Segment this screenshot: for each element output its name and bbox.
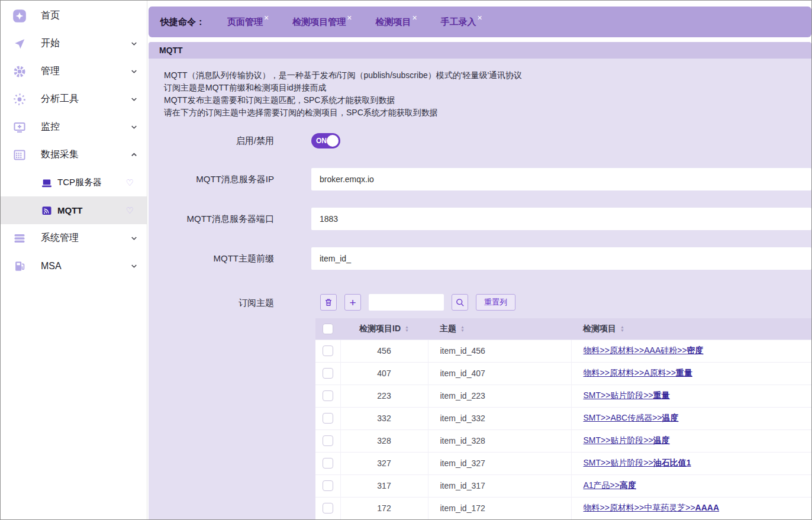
sidebar-item-data-collection[interactable]: 数据采集 xyxy=(1,141,147,169)
row-checkbox[interactable] xyxy=(323,480,333,491)
chevron-down-icon xyxy=(130,122,138,131)
item-link[interactable]: SMT>>贴片阶段>>油石比值1 xyxy=(584,458,691,467)
mqtt-description: MQTT（消息队列传输协议），是一种基于发布/订阅（publish/subscr… xyxy=(164,69,811,119)
row-checkbox[interactable] xyxy=(323,368,333,379)
quicktab-manual-entry[interactable]: 手工录入 × xyxy=(441,17,482,28)
item-link[interactable]: SMT>>贴片阶段>>温度 xyxy=(584,435,670,445)
quicktab-items[interactable]: 检测项目 × xyxy=(375,17,417,28)
search-button[interactable] xyxy=(452,294,468,311)
column-header-item-id[interactable]: 检测项目ID xyxy=(359,324,401,334)
description-line: MQTT发布主题需要和订阅主题匹配，SPC系统才能获取到数据 xyxy=(164,94,811,106)
table-header-row: 检测项目ID ▲▼ 主题 ▲▼ xyxy=(315,318,811,340)
topic-prefix-label: MQTT主题前缀 xyxy=(164,253,274,264)
item-link[interactable]: SMT>>贴片阶段>>重量 xyxy=(584,390,670,400)
server-ip-input[interactable] xyxy=(311,168,811,190)
monitor-plus-icon xyxy=(11,120,28,134)
row-checkbox[interactable] xyxy=(323,503,333,513)
sidebar-item-label: 监控 xyxy=(41,121,130,133)
close-icon[interactable]: × xyxy=(264,14,269,22)
cell-topic: item_id_456 xyxy=(428,340,571,362)
quicktab-item-manage[interactable]: 检测项目管理 × xyxy=(292,17,352,28)
item-link[interactable]: 物料>>原材料>>AAA硅粉>>密度 xyxy=(584,345,704,355)
sidebar-subitem-tcp-server[interactable]: TCP服务器 ♡ xyxy=(1,169,147,196)
quicktab-page-manage[interactable]: 页面管理 × xyxy=(227,17,269,28)
subscribe-topic-label: 订阅主题 xyxy=(164,294,274,309)
sort-icon[interactable]: ▲▼ xyxy=(620,325,624,332)
sidebar-item-label: 数据采集 xyxy=(41,148,130,161)
panel-title: MQTT xyxy=(149,42,811,59)
sidebar: 首页 开始 管理 分析工具 xyxy=(1,1,147,519)
sidebar-subitem-label: TCP服务器 xyxy=(57,177,102,188)
grid-search-input[interactable] xyxy=(369,294,444,311)
server-port-input[interactable] xyxy=(311,208,811,230)
cell-topic: item_id_172 xyxy=(428,497,571,519)
chevron-down-icon xyxy=(130,234,138,243)
cell-topic: item_id_332 xyxy=(428,407,571,429)
chevron-down-icon xyxy=(130,39,138,48)
plus-icon: + xyxy=(349,297,356,308)
favorite-heart-icon[interactable]: ♡ xyxy=(126,206,134,215)
item-link[interactable]: 物料>>原材料>>中草药灵芝>>AAAA xyxy=(584,503,720,512)
cell-item-id: 223 xyxy=(340,385,428,407)
search-icon xyxy=(455,298,465,308)
sidebar-subitem-mqtt[interactable]: MQTT ♡ xyxy=(1,196,147,224)
chevron-down-icon xyxy=(130,95,138,104)
favorite-heart-icon[interactable]: ♡ xyxy=(126,178,134,187)
server-port-label: MQTT消息服务器端口 xyxy=(164,214,274,225)
sort-icon[interactable]: ▲▼ xyxy=(405,325,409,332)
add-button[interactable]: + xyxy=(344,294,361,311)
sidebar-item-msa[interactable]: MSA xyxy=(1,252,147,280)
row-checkbox[interactable] xyxy=(323,458,333,469)
row-checkbox[interactable] xyxy=(323,435,333,446)
server-ip-label: MQTT消息服务器IP xyxy=(164,174,274,185)
description-line: MQTT（消息队列传输协议），是一种基于发布/订阅（publish/subscr… xyxy=(164,69,811,82)
close-icon[interactable]: × xyxy=(412,14,417,22)
reset-columns-button[interactable]: 重置列 xyxy=(476,294,515,311)
topic-prefix-input[interactable] xyxy=(311,247,811,270)
table-row: 317 item_id_317 A1产品>>高度 xyxy=(315,474,811,497)
item-link[interactable]: SMT>>ABC传感器>>温度 xyxy=(584,413,679,422)
panel-content: MQTT（消息队列传输协议），是一种基于发布/订阅（publish/subscr… xyxy=(149,59,811,519)
column-header-topic[interactable]: 主题 xyxy=(440,324,456,334)
cell-topic: item_id_317 xyxy=(428,474,571,497)
table-row: 332 item_id_332 SMT>>ABC传感器>>温度 xyxy=(315,407,811,429)
row-checkbox[interactable] xyxy=(323,413,333,424)
chevron-down-icon xyxy=(130,261,138,270)
sidebar-item-system-manage[interactable]: 系统管理 xyxy=(1,224,147,252)
row-checkbox[interactable] xyxy=(323,345,333,356)
cell-item-id: 332 xyxy=(340,407,428,429)
sidebar-item-label: 分析工具 xyxy=(41,93,130,105)
quick-command-bar: 快捷命令： 页面管理 × 检测项目管理 × 检测项目 × 手工录入 × xyxy=(149,7,811,37)
cell-topic: item_id_223 xyxy=(428,385,571,407)
enable-toggle[interactable]: ON xyxy=(311,133,340,148)
sidebar-subitem-label: MQTT xyxy=(57,205,83,215)
close-icon[interactable]: × xyxy=(347,14,352,22)
sidebar-item-start[interactable]: 开始 xyxy=(1,30,147,57)
toggle-state-label: ON xyxy=(316,137,327,145)
item-link[interactable]: A1产品>>高度 xyxy=(584,480,636,490)
row-checkbox[interactable] xyxy=(323,390,333,401)
table-row: 172 item_id_172 物料>>原材料>>中草药灵芝>>AAAA xyxy=(315,497,811,519)
gear-icon xyxy=(11,64,28,79)
app-window: 首页 开始 管理 分析工具 xyxy=(0,0,812,520)
navigation-icon xyxy=(11,37,28,50)
table-row: 407 item_id_407 物料>>原材料>>A原料>>重量 xyxy=(315,362,811,385)
sidebar-item-monitoring[interactable]: 监控 xyxy=(1,113,147,141)
column-header-item[interactable]: 检测项目 xyxy=(583,324,616,334)
select-all-checkbox[interactable] xyxy=(323,324,333,334)
quick-command-label: 快捷命令： xyxy=(160,17,205,28)
sidebar-item-manage[interactable]: 管理 xyxy=(1,57,147,85)
sort-icon[interactable]: ▲▼ xyxy=(460,325,465,332)
cell-topic: item_id_407 xyxy=(428,362,571,385)
sidebar-item-label: 开始 xyxy=(41,37,130,50)
home-star-icon xyxy=(11,8,28,24)
server-list-icon xyxy=(11,231,28,246)
sidebar-item-label: 首页 xyxy=(41,9,138,22)
main-area: 快捷命令： 页面管理 × 检测项目管理 × 检测项目 × 手工录入 × MQTT xyxy=(147,1,811,519)
item-link[interactable]: 物料>>原材料>>A原料>>重量 xyxy=(584,368,692,377)
delete-button[interactable] xyxy=(320,294,337,311)
sidebar-item-analysis-tools[interactable]: 分析工具 xyxy=(1,85,147,113)
grid-toolbar: + 重置列 xyxy=(311,294,811,311)
sidebar-item-home[interactable]: 首页 xyxy=(1,2,147,30)
close-icon[interactable]: × xyxy=(478,14,482,22)
